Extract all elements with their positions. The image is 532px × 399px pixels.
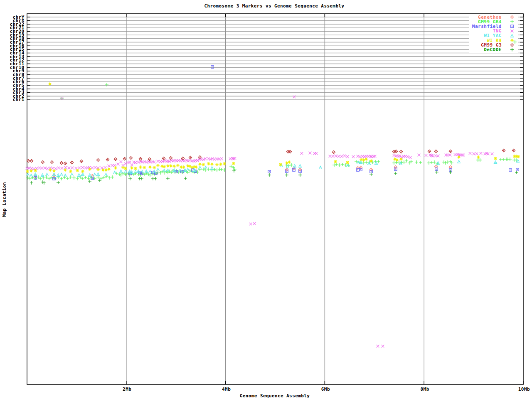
tng-point bbox=[91, 167, 94, 170]
gm99-gb4-point bbox=[446, 160, 449, 164]
wi-yac-point-dot bbox=[131, 172, 132, 173]
tng-point bbox=[329, 155, 332, 158]
gm99-g3-point-dot bbox=[149, 159, 150, 160]
gm99-g3-point-dot bbox=[115, 159, 116, 160]
wi-rh-point bbox=[166, 164, 170, 167]
tng-point bbox=[253, 222, 256, 225]
gm99-gb4-point bbox=[220, 168, 223, 171]
wi-yac-point-dot bbox=[150, 172, 150, 172]
genethon-point-dot bbox=[450, 167, 451, 167]
tng-point bbox=[218, 158, 221, 161]
legend-label-decode: DeCODE bbox=[484, 47, 502, 52]
gm99-gb4-point bbox=[60, 177, 63, 180]
wi-rh-point bbox=[334, 160, 337, 163]
wi-yac-point-dot bbox=[347, 165, 348, 166]
wi-yac-point bbox=[113, 171, 116, 174]
wi-yac-point-dot bbox=[517, 161, 518, 162]
gm99-gb4-point bbox=[335, 163, 338, 166]
decode-point bbox=[435, 170, 438, 174]
gm99-gb4-point bbox=[341, 163, 344, 166]
wi-yac-point bbox=[94, 173, 96, 176]
gm99-g3-point-dot bbox=[396, 151, 397, 152]
tng-point bbox=[377, 345, 379, 348]
wi-rh-point bbox=[49, 168, 52, 172]
gm99-gb4-point bbox=[419, 161, 422, 164]
gm99-gb4-point bbox=[186, 171, 190, 174]
gm99-g3-point-dot bbox=[71, 162, 72, 163]
tng-point bbox=[33, 167, 36, 170]
gm99-g3-point-dot bbox=[61, 163, 62, 163]
wi-yac-point-dot bbox=[135, 172, 136, 172]
wi-rh-point bbox=[288, 160, 291, 164]
decode-point bbox=[232, 169, 236, 172]
tng-point bbox=[38, 167, 41, 170]
wi-yac-point-dot bbox=[320, 167, 321, 168]
wi-yac-point bbox=[187, 168, 190, 171]
wi-rh-point bbox=[76, 169, 79, 172]
gm99-g3-point-dot bbox=[401, 151, 401, 152]
genethon-point-dot bbox=[357, 167, 358, 168]
wi-rh-point bbox=[139, 165, 142, 169]
wi-yac-point-dot bbox=[27, 175, 28, 175]
tng-point bbox=[491, 153, 494, 155]
wi-rh-point bbox=[457, 155, 461, 159]
gm99-g3-point-dot bbox=[28, 160, 29, 161]
legend-label-genethon: Genethon bbox=[478, 15, 502, 20]
wi-rh-point bbox=[169, 164, 172, 167]
tng-point bbox=[57, 167, 60, 170]
wi-rh-point bbox=[88, 167, 91, 171]
tng-point bbox=[409, 156, 412, 159]
gm99-gb4-point bbox=[76, 177, 79, 180]
tng-point bbox=[446, 154, 449, 157]
gm99-gb4-point bbox=[72, 176, 76, 180]
gm99-gb4-point bbox=[118, 172, 121, 176]
gm99-gb4-point bbox=[430, 161, 433, 164]
tng-point bbox=[352, 155, 355, 158]
tng-point bbox=[41, 167, 44, 170]
gm99-g3-point-dot bbox=[290, 151, 291, 152]
gm99-gb4-point bbox=[47, 177, 51, 180]
wi-yac-point bbox=[78, 174, 81, 177]
wi-yac-point-dot bbox=[54, 174, 54, 175]
gm99-gb4-point bbox=[102, 176, 106, 179]
wi-yac-point-dot bbox=[360, 162, 361, 163]
gm99-gb4-point bbox=[442, 160, 446, 164]
wi-yac-point bbox=[494, 161, 497, 164]
gm99-g3-point-dot bbox=[190, 157, 191, 158]
wi-yac-point-dot bbox=[154, 171, 155, 172]
tng-point bbox=[157, 160, 160, 163]
tng-point bbox=[343, 155, 346, 158]
wi-rh-point bbox=[219, 163, 222, 166]
wi-rh-point bbox=[198, 163, 202, 166]
x-axis-title: Genome Sequence Assembly bbox=[240, 394, 310, 399]
wi-yac-point-dot bbox=[205, 167, 206, 168]
wi-rh-point bbox=[182, 165, 185, 169]
wi-rh-point bbox=[477, 155, 480, 159]
gm99-gb4-point bbox=[105, 83, 108, 86]
wi-yac-point-dot bbox=[129, 171, 130, 172]
tng-point bbox=[469, 152, 472, 155]
wi-yac-point bbox=[89, 174, 91, 177]
tng-point bbox=[475, 153, 478, 155]
wi-rh-point bbox=[26, 170, 29, 173]
gm99-gb4-point bbox=[108, 176, 111, 180]
tng-point bbox=[434, 155, 437, 158]
gm99-gb4-point bbox=[84, 176, 87, 179]
wi-rh-point bbox=[107, 167, 111, 171]
gm99-gb4-point bbox=[39, 177, 42, 180]
chart-canvas: Chromosome 3 Markers vs Genome Sequence … bbox=[0, 0, 532, 399]
marshfield-point-dot bbox=[269, 171, 270, 172]
gm99-gb4-point bbox=[395, 161, 398, 164]
tng-point bbox=[44, 167, 47, 170]
gm99-g3-point-dot bbox=[394, 151, 394, 152]
wi-rh-point bbox=[104, 168, 108, 172]
wi-yac-point-dot bbox=[125, 172, 126, 172]
gm99-g3-point-dot bbox=[107, 159, 108, 160]
marshfield-point-dot bbox=[360, 169, 361, 170]
wi-yac-point-dot bbox=[142, 172, 143, 172]
gm99-gb4-point bbox=[392, 161, 396, 165]
tng-point bbox=[406, 155, 409, 158]
gm99-g3-point-dot bbox=[182, 158, 183, 159]
tng-point bbox=[480, 152, 483, 155]
wi-rh-point bbox=[279, 163, 282, 166]
